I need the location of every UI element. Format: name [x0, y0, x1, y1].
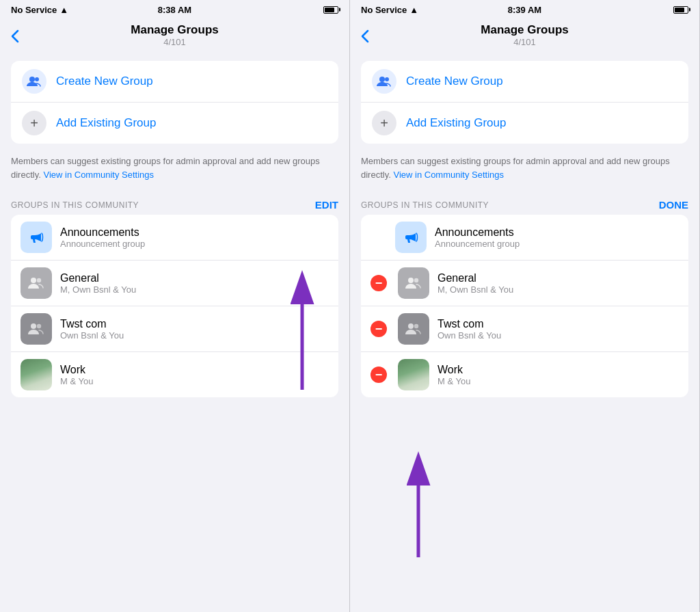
info-link-left[interactable]: View in Community Settings	[43, 170, 154, 180]
group-desc-work-left: M & You	[60, 376, 329, 386]
add-existing-label-left: Add Existing Group	[56, 116, 156, 130]
group-desc-twst-left: Own Bsnl & You	[60, 330, 329, 341]
twst-avatar-right	[398, 313, 429, 345]
create-group-icon-right	[372, 69, 396, 94]
group-info-twst-left: Twst com Own Bsnl & You	[60, 318, 329, 341]
time-right: 8:39 AM	[508, 5, 541, 15]
create-group-icon-left	[22, 69, 46, 94]
group-desc-work-right: M & You	[438, 376, 679, 386]
right-screen: No Service ▲ 8:39 AM Manage Groups 4/101	[350, 0, 700, 612]
create-group-label-left: Create New Group	[56, 75, 153, 88]
wifi-icon-right: ▲	[409, 5, 418, 15]
general-avatar-right	[398, 267, 429, 299]
group-info-general-left: General M, Own Bsnl & You	[60, 272, 329, 295]
back-button-left[interactable]	[11, 29, 19, 43]
group-list-right: Announcements Announcement group −	[361, 215, 688, 397]
announce-avatar-right	[395, 222, 427, 253]
group-info-twst-right: Twst com Own Bsnl & You	[438, 318, 679, 341]
section-header-left: GROUPS IN THIS COMMUNITY EDIT	[0, 195, 349, 215]
add-existing-item-right[interactable]: + Add Existing Group	[361, 102, 688, 144]
no-service-left: No Service	[11, 5, 57, 15]
add-existing-icon-left: +	[22, 111, 46, 135]
twst-avatar-left	[21, 313, 52, 345]
nav-title-left: Manage Groups	[131, 23, 218, 37]
create-group-item-left[interactable]: Create New Group	[11, 61, 338, 102]
group-info-work-right: Work M & You	[438, 364, 679, 386]
delete-work-button[interactable]: −	[371, 367, 387, 383]
group-item-twst-right[interactable]: − Twst com Own Bsnl & You	[361, 306, 688, 351]
group-desc-general-right: M, Own Bsnl & You	[438, 284, 679, 295]
svg-point-9	[408, 278, 414, 283]
actions-card-right: Create New Group + Add Existing Group	[361, 61, 688, 144]
group-name-twst-right: Twst com	[438, 318, 679, 330]
group-item-work-left[interactable]: Work M & You	[11, 351, 338, 397]
svg-point-10	[414, 278, 418, 282]
group-name-announcements-left: Announcements	[60, 226, 329, 239]
work-avatar-right	[398, 359, 429, 390]
delete-twst-button[interactable]: −	[371, 321, 387, 337]
left-screen: No Service ▲ 8:38 AM Manage Groups 4/101	[0, 0, 350, 612]
delete-general-button[interactable]: −	[371, 275, 387, 291]
group-list-left: Announcements Announcement group	[11, 215, 338, 397]
nav-bar-left: Manage Groups 4/101	[0, 19, 349, 53]
time-left: 8:38 AM	[158, 5, 191, 15]
add-existing-label-right: Add Existing Group	[406, 116, 506, 130]
svg-point-5	[37, 324, 41, 328]
battery-fill-left	[325, 8, 334, 12]
nav-subtitle-left: 4/101	[163, 37, 186, 47]
info-link-right[interactable]: View in Community Settings	[393, 170, 504, 180]
battery-icon-right	[673, 6, 688, 14]
back-button-right[interactable]	[361, 29, 369, 43]
group-item-twst-left[interactable]: Twst com Own Bsnl & You	[11, 306, 338, 351]
info-text-right: Members can suggest existing groups for …	[350, 149, 699, 189]
group-item-announcements-right[interactable]: Announcements Announcement group	[361, 215, 688, 260]
svg-point-11	[408, 323, 414, 329]
group-item-general-right[interactable]: − General M, Own Bsnl & You	[361, 260, 688, 306]
status-left-right: No Service ▲	[361, 5, 418, 15]
battery-icon-left	[323, 6, 338, 14]
svg-point-2	[31, 278, 36, 283]
actions-card-left: Create New Group + Add Existing Group	[11, 61, 338, 144]
svg-point-3	[37, 278, 41, 282]
status-left-left: No Service ▲	[11, 5, 68, 15]
general-avatar-left	[21, 267, 52, 299]
status-bar-right: No Service ▲ 8:39 AM	[350, 0, 699, 19]
group-item-work-right[interactable]: − Work M & You	[361, 351, 688, 397]
status-bar-left: No Service ▲ 8:38 AM	[0, 0, 349, 19]
group-name-twst-left: Twst com	[60, 318, 329, 330]
svg-point-0	[29, 77, 35, 82]
create-group-item-right[interactable]: Create New Group	[361, 61, 688, 102]
no-service-right: No Service	[361, 5, 407, 15]
announce-avatar-left	[21, 222, 52, 253]
wifi-icon-left: ▲	[59, 5, 68, 15]
done-button-right[interactable]: DONE	[659, 199, 688, 211]
info-text-left: Members can suggest existing groups for …	[0, 149, 349, 189]
group-name-work-left: Work	[60, 364, 329, 376]
content-right: Create New Group + Add Existing Group Me…	[350, 53, 699, 612]
add-existing-icon-right: +	[372, 111, 396, 135]
svg-point-4	[31, 323, 36, 329]
edit-button-left[interactable]: EDIT	[315, 199, 338, 211]
create-group-label-right: Create New Group	[406, 75, 503, 88]
add-existing-item-left[interactable]: + Add Existing Group	[11, 102, 338, 144]
group-desc-announcements-left: Announcement group	[60, 239, 329, 249]
group-info-announcements-right: Announcements Announcement group	[435, 226, 679, 249]
group-item-announcements-left[interactable]: Announcements Announcement group	[11, 215, 338, 260]
group-item-general-left[interactable]: General M, Own Bsnl & You	[11, 260, 338, 306]
battery-fill-right	[675, 8, 684, 12]
content-left: Create New Group + Add Existing Group Me…	[0, 53, 349, 612]
svg-point-8	[385, 77, 389, 81]
section-title-right: GROUPS IN THIS COMMUNITY	[361, 200, 489, 210]
work-avatar-left	[21, 359, 52, 390]
group-desc-general-left: M, Own Bsnl & You	[60, 284, 329, 295]
status-right-right	[673, 6, 688, 14]
status-right-left	[323, 6, 338, 14]
nav-title-right: Manage Groups	[481, 23, 568, 37]
nav-subtitle-right: 4/101	[513, 37, 536, 47]
group-name-work-right: Work	[438, 364, 679, 376]
nav-bar-right: Manage Groups 4/101	[350, 19, 699, 53]
group-name-general-left: General	[60, 272, 329, 284]
svg-point-1	[35, 77, 39, 81]
section-title-left: GROUPS IN THIS COMMUNITY	[11, 200, 139, 210]
group-name-announcements-right: Announcements	[435, 226, 679, 239]
